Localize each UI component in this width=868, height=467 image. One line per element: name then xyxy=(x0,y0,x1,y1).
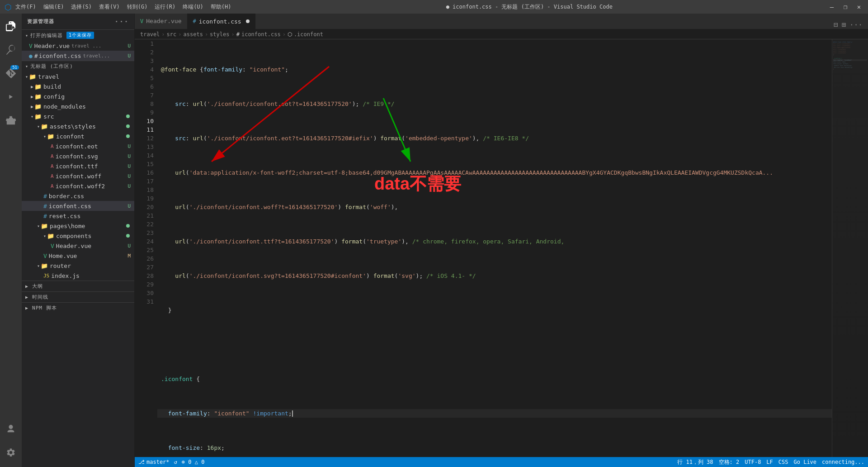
tree-src[interactable]: ▾ 📁 src xyxy=(22,111,134,121)
sidebar-more-icon[interactable]: ··· xyxy=(114,17,129,26)
open-editors-header[interactable]: ▾ 打开的编辑器 1个未保存 xyxy=(22,30,134,41)
close-button[interactable]: ✕ xyxy=(854,3,863,10)
errors-warnings[interactable]: ⊗ 0 △ 0 xyxy=(182,459,205,465)
tree-config[interactable]: ▶ 📁 config xyxy=(22,91,134,101)
menu-edit[interactable]: 编辑(E) xyxy=(43,3,64,11)
activity-extensions[interactable] xyxy=(0,110,22,131)
timeline-section: ▶ 时间线 xyxy=(22,291,134,302)
tree-iconfont-ttf[interactable]: A iconfont.ttf U xyxy=(22,161,134,171)
css-hash-icon: # xyxy=(193,18,196,24)
more-actions-icon[interactable]: ··· xyxy=(849,20,863,29)
window-title: ● iconfont.css - 无标题 (工作区) - Visual Stud… xyxy=(231,3,828,11)
menu-view[interactable]: 查看(V) xyxy=(99,3,120,11)
tree-header-vue[interactable]: V Header.vue U xyxy=(22,241,134,251)
sidebar-header: 资源管理器 ··· xyxy=(22,14,134,29)
tree-iconfont-woff[interactable]: A iconfont.woff U xyxy=(22,171,134,181)
tree-iconfont-woff2[interactable]: A iconfont.woff2 U xyxy=(22,181,134,191)
tree-iconfont-folder[interactable]: ▾ 📁 iconfont xyxy=(22,131,134,141)
menu-select[interactable]: 选择(S) xyxy=(71,3,92,11)
tree-iconfont-css[interactable]: # iconfont.css U xyxy=(22,201,134,211)
live-server[interactable]: Go Live xyxy=(794,459,817,465)
activity-bar: 51 xyxy=(0,14,22,467)
git-lens[interactable]: connecting... xyxy=(822,459,864,465)
code-line-10: .iconfont { xyxy=(157,375,832,383)
code-line-12: font-size: 16px; xyxy=(157,443,832,452)
tree-node-modules[interactable]: ▶ 📁 node_modules xyxy=(22,101,134,111)
activity-bar-bottom xyxy=(0,418,22,467)
split-editor-icon[interactable]: ⊟ xyxy=(834,20,838,29)
encoding[interactable]: UTF-8 xyxy=(745,459,761,465)
activity-run[interactable] xyxy=(0,86,22,108)
code-content[interactable]: @font-face {font-family: "iconfont"; src… xyxy=(157,39,832,457)
tree-home-vue[interactable]: V Home.vue M xyxy=(22,251,134,261)
tab-iconfont-css[interactable]: # iconfont.css xyxy=(188,14,255,29)
bc-src[interactable]: src xyxy=(167,31,177,38)
activity-git[interactable]: 51 xyxy=(0,62,22,84)
status-bar: ⎇ master* ↺ ⊗ 0 △ 0 行 11，列 38 空格: 2 xyxy=(135,457,868,467)
tree-border-css[interactable]: # border.css xyxy=(22,191,134,201)
open-editor-header-vue[interactable]: V Header.vue travel ... U xyxy=(22,41,134,51)
code-line-6: url('./iconfont/iconfont.ttf?t=161436517… xyxy=(157,237,832,246)
minimize-button[interactable]: — xyxy=(827,3,836,10)
open-editor-iconfont-css[interactable]: ● # iconfont.css travel... U xyxy=(22,51,134,61)
tree-components[interactable]: ▾ 📁 components xyxy=(22,231,134,241)
tree-index-js[interactable]: JS index.js xyxy=(22,271,134,281)
timeline-header[interactable]: ▶ 时间线 xyxy=(22,292,134,302)
tree-travel[interactable]: ▾ 📁 travel xyxy=(22,71,134,81)
menu-bar[interactable]: 文件(F) 编辑(E) 选择(S) 查看(V) 转到(G) 运行(R) 终端(U… xyxy=(15,3,231,11)
tree-router[interactable]: ▾ 📁 router xyxy=(22,261,134,271)
tab-bar: V Header.vue # iconfont.css ⊟ ⊞ ··· xyxy=(135,14,868,29)
workspace-header[interactable]: ▾ 无标题 (工作区) xyxy=(22,61,134,71)
code-line-2: src: url('./iconfont/iconfont.eot?t=1614… xyxy=(157,100,832,108)
bc-travel[interactable]: travel xyxy=(140,31,160,38)
activity-settings[interactable] xyxy=(0,442,22,463)
title-bar: ⬡ 文件(F) 编辑(E) 选择(S) 查看(V) 转到(G) 运行(R) 终端… xyxy=(0,0,868,14)
breadcrumb: travel › src › assets › styles › # iconf… xyxy=(135,29,868,39)
tree-iconfont-svg[interactable]: A iconfont.svg U xyxy=(22,151,134,161)
tree-pages-home[interactable]: ▾ 📁 pages\home xyxy=(22,221,134,231)
bc-hash-icon: # xyxy=(236,31,240,38)
language-mode[interactable]: CSS xyxy=(778,459,788,465)
window-controls[interactable]: — ❐ ✕ xyxy=(827,3,863,10)
maximize-button[interactable]: ❐ xyxy=(841,3,850,10)
menu-go[interactable]: 转到(G) xyxy=(127,3,148,11)
collapse-icon: ▾ xyxy=(25,33,28,38)
tree-iconfont-eot[interactable]: A iconfont.eot U xyxy=(22,141,134,151)
code-editor[interactable]: 1 2 3 4 5 6 7 8 9 10 11 12 13 14 15 16 1… xyxy=(135,39,868,457)
minimap: @font-face {font-family: src: url('./ico… xyxy=(832,39,868,457)
line-ending[interactable]: LF xyxy=(766,459,773,465)
vscode-logo-icon: ⬡ xyxy=(5,2,12,12)
main-container: 51 资源管理器 xyxy=(0,14,868,467)
activity-explorer[interactable] xyxy=(0,15,22,37)
menu-run[interactable]: 运行(R) xyxy=(155,3,175,11)
outline-header[interactable]: ▶ 大纲 xyxy=(22,281,134,291)
unsaved-badge: 1个未保存 xyxy=(66,32,94,39)
toggle-panel-icon[interactable]: ⊞ xyxy=(841,20,846,29)
npm-header[interactable]: ▶ NPM 脚本 xyxy=(22,303,134,313)
cursor-position[interactable]: 行 11，列 38 xyxy=(677,458,713,466)
code-line-3: src: url('./iconfont/iconfont.eot?t=1614… xyxy=(157,134,832,143)
title-bar-left: ⬡ 文件(F) 编辑(E) 选择(S) 查看(V) 转到(G) 运行(R) 终端… xyxy=(5,2,231,12)
git-branch[interactable]: ⎇ master* xyxy=(138,459,170,465)
bc-iconfont-class[interactable]: .iconfont xyxy=(294,31,323,38)
menu-file[interactable]: 文件(F) xyxy=(15,3,36,11)
tree-reset-css[interactable]: # reset.css xyxy=(22,211,134,221)
sidebar: 资源管理器 ··· ▾ 打开的编辑器 1个未保存 V Header.vue tr… xyxy=(22,14,135,467)
menu-terminal[interactable]: 终端(U) xyxy=(183,3,203,11)
indentation[interactable]: 空格: 2 xyxy=(719,458,740,466)
vue-icon: V xyxy=(140,18,143,24)
tree-assets-styles[interactable]: ▾ 📁 assets\styles xyxy=(22,121,134,131)
menu-help[interactable]: 帮助(H) xyxy=(211,3,231,11)
activity-account[interactable] xyxy=(0,418,22,440)
bc-assets[interactable]: assets xyxy=(184,31,203,38)
editor-area: V Header.vue # iconfont.css ⊟ ⊞ ··· trav… xyxy=(135,14,868,467)
bc-iconfont-css[interactable]: iconfont.css xyxy=(241,31,281,38)
bc-styles[interactable]: styles xyxy=(210,31,229,38)
git-badge: 51 xyxy=(10,65,19,70)
workspace-section: ▾ 无标题 (工作区) ▾ 📁 travel ▶ 📁 build ▶ 📁 xyxy=(22,61,134,281)
sync-icon[interactable]: ↺ xyxy=(174,459,177,465)
code-line-5: url('./iconfont/iconfont.woff?t=16143651… xyxy=(157,203,832,211)
activity-search[interactable] xyxy=(0,39,22,61)
tab-header-vue[interactable]: V Header.vue xyxy=(135,14,188,29)
tree-build[interactable]: ▶ 📁 build xyxy=(22,81,134,91)
